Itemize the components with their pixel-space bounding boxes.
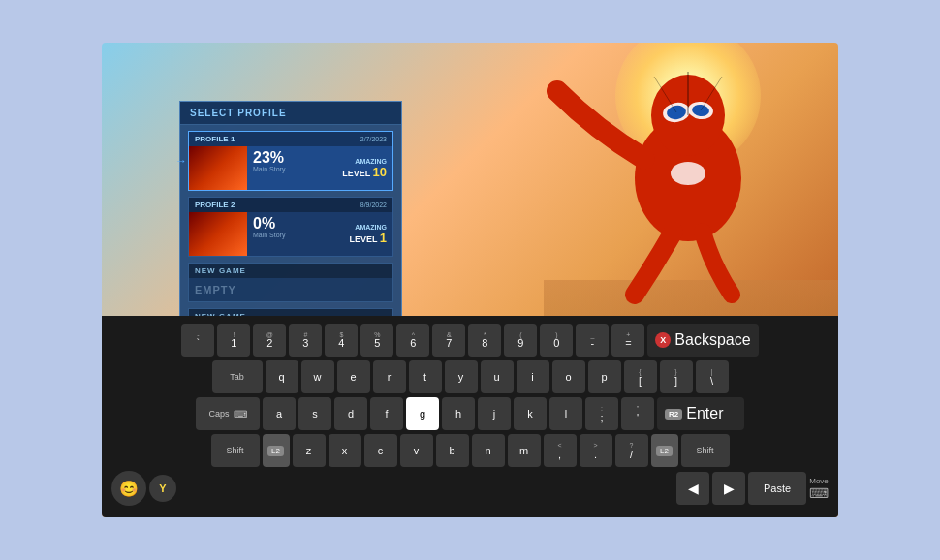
key-3[interactable]: # 3 xyxy=(289,324,322,357)
key-c[interactable]: c xyxy=(364,434,397,467)
key-6[interactable]: ^ 6 xyxy=(396,324,429,357)
key-y[interactable]: y xyxy=(445,360,478,393)
l2-right-badge-key[interactable]: L2 xyxy=(651,434,678,467)
profile-2-thumbnail-overlay xyxy=(189,212,247,256)
key-semicolon[interactable]: : ; xyxy=(585,397,618,430)
key-k[interactable]: k xyxy=(514,397,547,430)
spiderman-figure xyxy=(538,62,809,324)
emoji-button[interactable]: 😊 xyxy=(111,471,146,506)
left-arrow-icon: ◀ xyxy=(688,481,699,496)
svg-point-6 xyxy=(671,162,705,185)
key-e[interactable]: e xyxy=(337,360,370,393)
profile-1-date: 2/7/2023 xyxy=(360,136,387,142)
profile-1-item[interactable]: → PROFILE 1 2/7/2023 23% Main Story AMAZ… xyxy=(188,131,393,191)
paste-label: Paste xyxy=(764,482,791,494)
key-period[interactable]: > . xyxy=(580,434,612,467)
key-equals[interactable]: + = xyxy=(611,324,644,357)
profile-1-percent: 23% xyxy=(253,150,330,166)
move-area[interactable]: Move ⌨ xyxy=(809,477,829,501)
new-game-slot-1[interactable]: NEW GAME EMPTY xyxy=(188,263,393,302)
profile-2-level-num: 1 xyxy=(380,231,387,245)
new-game-label-1: NEW GAME xyxy=(189,264,392,278)
key-a[interactable]: a xyxy=(263,397,296,430)
profile-1-header: PROFILE 1 2/7/2023 xyxy=(189,132,392,146)
key-i[interactable]: i xyxy=(517,360,549,393)
right-arrow-button[interactable]: ▶ xyxy=(712,472,745,505)
key-f[interactable]: f xyxy=(370,397,403,430)
key-n[interactable]: n xyxy=(472,434,505,467)
key-7[interactable]: & 7 xyxy=(432,324,465,357)
profile-1-name: PROFILE 1 xyxy=(195,135,235,143)
key-o[interactable]: o xyxy=(552,360,585,393)
paste-button[interactable]: Paste xyxy=(748,472,806,505)
key-5[interactable]: % 5 xyxy=(360,324,393,357)
key-slash[interactable]: ? / xyxy=(615,434,648,467)
profile-2-item[interactable]: PROFILE 2 8/9/2022 0% Main Story AMAZING… xyxy=(188,197,393,257)
l2-left-badge-key[interactable]: L2 xyxy=(263,434,290,467)
tab-key[interactable]: Tab xyxy=(212,360,263,393)
key-quote[interactable]: " ' xyxy=(621,397,654,430)
shift-right-key[interactable]: Shift xyxy=(681,434,730,467)
key-h[interactable]: h xyxy=(442,397,475,430)
profile-1-difficulty: AMAZING xyxy=(355,158,387,165)
key-m[interactable]: m xyxy=(508,434,541,467)
key-comma[interactable]: < , xyxy=(544,434,577,467)
enter-label: Enter xyxy=(686,405,723,422)
empty-slot-1: EMPTY xyxy=(189,278,392,301)
key-u[interactable]: u xyxy=(481,360,514,393)
key-backslash[interactable]: | \ xyxy=(696,360,729,393)
profile-1-thumbnail xyxy=(189,146,247,190)
profile-2-info: 0% Main Story xyxy=(247,212,343,256)
key-2[interactable]: @ 2 xyxy=(253,324,286,357)
backspace-key[interactable]: X Backspace xyxy=(647,324,758,357)
profile-1-subtitle: Main Story xyxy=(253,166,330,172)
key-backtick[interactable]: - ` xyxy=(181,324,214,357)
profile-2-level-info: AMAZING LEVEL 1 xyxy=(343,212,392,256)
key-t[interactable]: t xyxy=(409,360,442,393)
profile-1-content: 23% Main Story AMAZING LEVEL 10 xyxy=(189,146,392,190)
y-button[interactable]: Y xyxy=(149,475,176,502)
profile-1-level-info: AMAZING LEVEL 10 xyxy=(336,146,392,190)
key-minus[interactable]: _ - xyxy=(576,324,609,357)
key-8[interactable]: * 8 xyxy=(468,324,501,357)
key-1[interactable]: ! 1 xyxy=(217,324,250,357)
right-arrow-icon: ▶ xyxy=(724,481,735,496)
backspace-circle-icon: X xyxy=(655,332,671,348)
shift-left-key[interactable]: Shift xyxy=(211,434,260,467)
profile-2-subtitle: Main Story xyxy=(253,232,337,238)
profile-2-percent: 0% xyxy=(253,216,337,232)
screen-container: SELECT PROFILE → PROFILE 1 2/7/2023 23% … xyxy=(102,43,838,517)
key-9[interactable]: ( 9 xyxy=(504,324,537,357)
qwerty-row: Tab q w e r t y u i o p { [ } ] | \ xyxy=(111,360,829,393)
key-bracket-open[interactable]: { [ xyxy=(624,360,657,393)
keyboard-icon: ⌨ xyxy=(809,485,829,501)
caps-key[interactable]: Caps ⌨ xyxy=(196,397,260,430)
enter-key[interactable]: R2 Enter xyxy=(657,397,744,430)
key-4[interactable]: $ 4 xyxy=(325,324,358,357)
profile-2-level-label: LEVEL xyxy=(349,234,377,244)
key-r[interactable]: r xyxy=(373,360,406,393)
profile-1-level-label: LEVEL xyxy=(342,169,370,178)
profile-2-date: 8/9/2022 xyxy=(360,202,387,208)
bottom-row: 😊 Y ◀ ▶ Paste Move ⌨ xyxy=(111,471,829,506)
key-j[interactable]: j xyxy=(478,397,511,430)
key-g[interactable]: g xyxy=(406,397,439,430)
key-s[interactable]: s xyxy=(298,397,331,430)
zxcv-row: Shift L2 z x c v b n m < , > . ? / xyxy=(111,434,829,467)
left-arrow-button[interactable]: ◀ xyxy=(676,472,709,505)
key-0[interactable]: ) 0 xyxy=(540,324,573,357)
key-v[interactable]: v xyxy=(400,434,433,467)
key-b[interactable]: b xyxy=(436,434,469,467)
key-z[interactable]: z xyxy=(293,434,326,467)
key-q[interactable]: q xyxy=(266,360,298,393)
y-label: Y xyxy=(159,482,166,494)
key-bracket-close[interactable]: } ] xyxy=(660,360,693,393)
key-l[interactable]: l xyxy=(549,397,582,430)
number-row: - ` ! 1 @ 2 # 3 $ 4 % 5 xyxy=(111,324,829,357)
profile-2-difficulty: AMAZING xyxy=(355,224,387,231)
key-d[interactable]: d xyxy=(334,397,367,430)
key-p[interactable]: p xyxy=(588,360,621,393)
key-x[interactable]: x xyxy=(329,434,361,467)
profile-2-header: PROFILE 2 8/9/2022 xyxy=(189,198,392,212)
key-w[interactable]: w xyxy=(301,360,334,393)
